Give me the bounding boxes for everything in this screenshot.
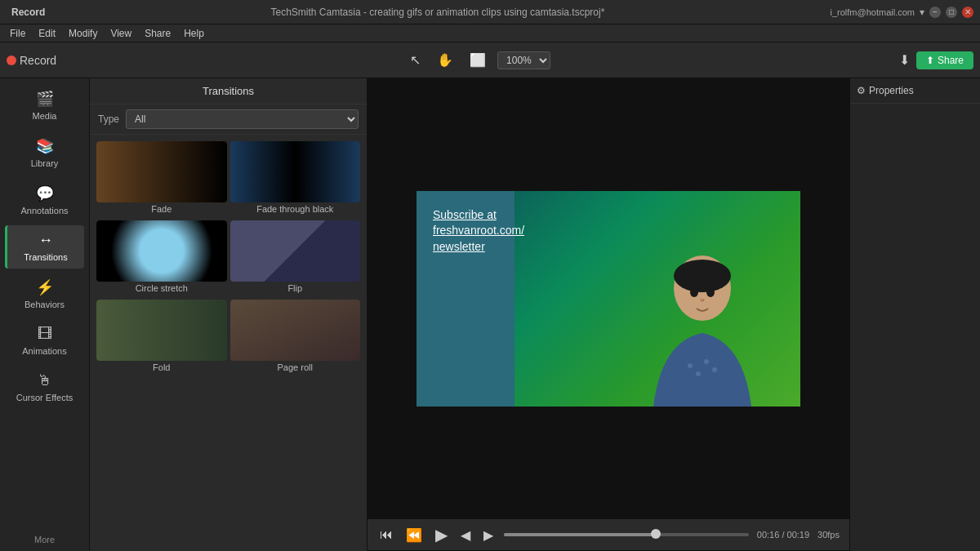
playback-controls: ⏮ ⏪ ▶ ◀ ▶ 00:16 / 00:19 30fps: [368, 518, 849, 551]
transitions-panel: Transitions Type All Dissolve Wipe Push …: [90, 78, 368, 551]
fold-label: Fold: [153, 361, 170, 375]
svg-point-7: [706, 287, 715, 297]
sidebar-more-button[interactable]: More: [0, 528, 89, 551]
sidebar-item-animations[interactable]: 🎞 Animations: [5, 319, 84, 362]
properties-panel: ⚙ Properties: [849, 78, 980, 551]
sidebar-item-annotations-label: Annotations: [20, 206, 68, 216]
prev-frame-button[interactable]: ◀: [458, 525, 473, 545]
window-title: TechSmith Camtasia - creating gifs or an…: [271, 7, 605, 18]
preview-canvas: Subscribe atfreshvanroot.com/newsletter: [368, 78, 849, 518]
type-select[interactable]: All Dissolve Wipe Push: [126, 109, 359, 129]
user-email: i_rolfm@hotmail.com: [831, 7, 915, 17]
svg-point-1: [674, 260, 731, 292]
minimize-button[interactable]: −: [929, 7, 941, 18]
cursor-effects-icon: 🖱: [38, 372, 52, 389]
svg-point-4: [704, 359, 709, 364]
sidebar-item-transitions-label: Transitions: [24, 252, 67, 262]
flip-thumb: [230, 220, 361, 282]
close-button[interactable]: ✕: [962, 7, 973, 18]
menubar: File Edit Modify View Share Help: [0, 24, 980, 42]
svg-point-3: [696, 371, 701, 376]
transition-page-roll[interactable]: Page roll: [230, 300, 361, 375]
sidebar-item-media[interactable]: 🎬 Media: [5, 83, 84, 127]
sidebar-item-library[interactable]: 📚 Library: [5, 131, 84, 175]
fade-thumb: [96, 141, 227, 202]
sidebar-item-behaviors-label: Behaviors: [24, 300, 65, 309]
record-label: Record: [20, 54, 56, 67]
sidebar-item-transitions[interactable]: ↔ Transitions: [5, 225, 84, 269]
type-row: Type All Dissolve Wipe Push: [90, 104, 367, 135]
titlebar: Record TechSmith Camtasia - creating gif…: [0, 0, 980, 24]
share-icon: ⬆: [926, 55, 934, 66]
properties-header: ⚙ Properties: [850, 78, 980, 104]
crop-tool-button[interactable]: ⬜: [465, 49, 491, 71]
titlebar-left: Record: [7, 7, 45, 18]
menu-view[interactable]: View: [104, 24, 138, 42]
progress-fill: [504, 533, 656, 536]
rewind-button[interactable]: ⏮: [377, 525, 395, 544]
next-frame-button[interactable]: ▶: [481, 525, 496, 545]
select-tool-button[interactable]: ↖: [405, 49, 425, 71]
svg-point-2: [688, 363, 693, 368]
current-time: 00:16: [757, 530, 780, 540]
sidebar-item-annotations[interactable]: 💬 Annotations: [5, 178, 84, 222]
titlebar-right: i_rolfm@hotmail.com ▾ − □ ✕: [831, 7, 973, 18]
menu-edit[interactable]: Edit: [32, 24, 62, 42]
fade-through-black-thumb: [230, 141, 361, 202]
app-logo-label: Record: [11, 7, 45, 18]
media-icon: 🎬: [36, 90, 54, 108]
main-area: 🎬 Media 📚 Library 💬 Annotations ↔ Transi…: [0, 78, 980, 551]
fps-display: 30fps: [817, 530, 840, 540]
share-button[interactable]: ⬆ Share: [916, 51, 973, 69]
subscribe-text-box: Subscribe atfreshvanroot.com/newsletter: [433, 207, 524, 256]
behaviors-icon: ⚡: [36, 278, 54, 296]
download-button[interactable]: ⬇: [899, 52, 910, 68]
transitions-grid: Fade Fade through black Circle stretch F…: [90, 135, 367, 382]
total-time: 00:19: [787, 530, 810, 540]
preview-area: Subscribe atfreshvanroot.com/newsletter: [368, 78, 849, 551]
user-dropdown-icon[interactable]: ▾: [920, 7, 924, 18]
toolbar: Record ↖ ✋ ⬜ 100% 75% 50% 125% ⬇ ⬆ Share: [0, 42, 980, 78]
annotations-icon: 💬: [36, 184, 54, 202]
transitions-panel-header: Transitions: [90, 78, 367, 104]
circle-stretch-thumb: [96, 220, 227, 282]
sidebar: 🎬 Media 📚 Library 💬 Annotations ↔ Transi…: [0, 78, 90, 551]
menu-modify[interactable]: Modify: [62, 24, 104, 42]
page-roll-thumb: [230, 300, 361, 361]
properties-gear-icon: ⚙: [857, 85, 866, 96]
record-button[interactable]: Record: [7, 54, 56, 67]
menu-file[interactable]: File: [3, 24, 32, 42]
sidebar-item-behaviors[interactable]: ⚡ Behaviors: [5, 272, 84, 316]
step-back-button[interactable]: ⏪: [403, 525, 425, 545]
subscribe-text: Subscribe atfreshvanroot.com/newsletter: [433, 207, 524, 256]
flip-label: Flip: [287, 282, 302, 296]
type-label: Type: [98, 113, 119, 125]
video-frame: Subscribe atfreshvanroot.com/newsletter: [416, 191, 800, 407]
library-icon: 📚: [36, 137, 54, 155]
transition-fold[interactable]: Fold: [96, 300, 227, 375]
transition-circle-stretch[interactable]: Circle stretch: [96, 220, 227, 296]
fold-thumb: [96, 300, 227, 361]
svg-point-5: [712, 367, 717, 372]
transition-flip[interactable]: Flip: [230, 220, 361, 296]
maximize-button[interactable]: □: [946, 7, 957, 18]
person-silhouette: [629, 243, 776, 407]
preview-background: Subscribe atfreshvanroot.com/newsletter: [416, 191, 800, 407]
fade-through-black-label: Fade through black: [256, 202, 333, 217]
time-display: 00:16 / 00:19: [757, 530, 809, 540]
properties-label: Properties: [869, 85, 914, 96]
sidebar-item-media-label: Media: [33, 111, 57, 121]
menu-help[interactable]: Help: [177, 24, 211, 42]
play-button[interactable]: ▶: [433, 522, 450, 547]
transition-fade[interactable]: Fade: [96, 141, 227, 217]
sidebar-item-animations-label: Animations: [22, 346, 66, 356]
page-roll-label: Page roll: [278, 361, 313, 375]
playback-handle[interactable]: [651, 529, 661, 539]
svg-point-6: [690, 287, 698, 297]
sidebar-item-cursor-effects[interactable]: 🖱 Cursor Effects: [5, 366, 84, 409]
transition-fade-through-black[interactable]: Fade through black: [230, 141, 361, 217]
menu-share[interactable]: Share: [138, 24, 177, 42]
playback-progress-bar[interactable]: [504, 533, 749, 536]
move-tool-button[interactable]: ✋: [432, 49, 458, 71]
zoom-select[interactable]: 100% 75% 50% 125%: [497, 51, 550, 69]
